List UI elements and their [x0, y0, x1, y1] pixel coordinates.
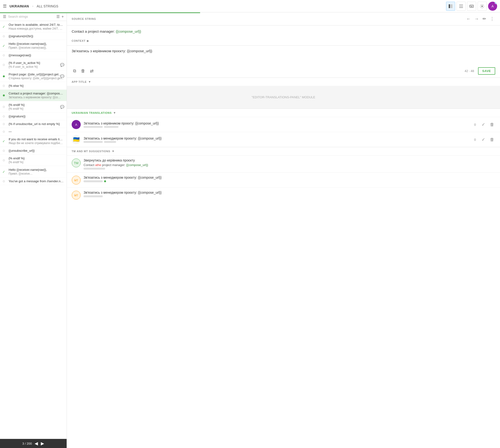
translations-header[interactable]: UKRAINIAN TRANSLATIONS ▼	[67, 109, 500, 117]
translation-row: 🇺🇦 Зв'язатись з менеджером проєкту: {{co…	[67, 132, 500, 147]
list-item[interactable]: ✓ If you do not want to receive emails l…	[0, 135, 67, 147]
list-item-primary: {% else %}	[9, 84, 64, 88]
meta-info-2	[104, 141, 116, 143]
user-avatar[interactable]: A	[488, 2, 497, 11]
app-title-collapse-icon[interactable]: ▼	[88, 80, 91, 83]
list-item[interactable]: ✓ Our team is available, almost 24/7, to…	[0, 21, 67, 32]
tm-suggestions-section: TM AND MT SUGGESTIONS ▼ TM Звернутись до…	[67, 147, 500, 203]
search-input[interactable]	[8, 15, 54, 18]
source-string-label: SOURCE STRING	[72, 17, 466, 20]
list-item[interactable]: {% if unsubscribe_url is not empty %}	[0, 120, 67, 128]
list-item[interactable]: Project page: {{site_url}}{{project.get……	[0, 71, 67, 82]
status-dot	[3, 106, 5, 108]
layout-top-button[interactable]	[457, 2, 466, 11]
context-expand-icon[interactable]: ▶	[87, 39, 89, 43]
translation-input-area: Зв'язатись з керівником проєкту: {{compo…	[67, 46, 500, 65]
list-item-primary: {% if unsubscribe_url is not empty %}	[9, 122, 64, 126]
app-title-header[interactable]: APP TITLE ▼	[67, 78, 500, 86]
suggestions-header[interactable]: TM AND MT SUGGESTIONS ▼	[67, 147, 500, 155]
layout-side-button[interactable]	[446, 2, 455, 11]
list-item[interactable]: Contact a project manager: {{compose_… З…	[0, 90, 67, 101]
source-string-actions: ← → ✏ ⋮	[466, 15, 495, 22]
add-string-icon[interactable]: +	[62, 15, 64, 19]
svg-rect-6	[471, 6, 472, 6]
meta-info	[84, 195, 103, 197]
translation-avatar: A	[72, 120, 81, 129]
app-layout: ☰ ☰ + ✓ Our team is available, almost 24…	[0, 12, 500, 448]
status-dot	[3, 123, 5, 125]
flag-icon: 🇺🇦	[73, 136, 80, 143]
pagination-next-button[interactable]: ▶	[41, 441, 44, 446]
list-item-primary: {{unsubscribe_url}}	[9, 149, 64, 152]
list-item-primary: You've got a message from //sender.na…	[9, 179, 64, 183]
suggestion-translation: Зв'язатись з менеджером проєкту: {{compo…	[84, 176, 495, 179]
translation-content: Зв'язатись з менеджером проєкту: {{compo…	[84, 136, 471, 143]
accept-translation-button[interactable]: ✓	[481, 121, 486, 128]
copy-source-button[interactable]: ⧉	[72, 67, 78, 74]
list-item-primary: Our team is available, almost 24/7, to a…	[9, 23, 64, 27]
translation-text: Зв'язатись з менеджером проєкту: {{compo…	[84, 136, 471, 140]
translations-collapse-icon[interactable]: ▼	[113, 111, 116, 114]
menu-icon[interactable]: ☰	[3, 4, 7, 9]
ukrainian-translations-section: UKRAINIAN TRANSLATIONS ▼ A Зв'язатись з …	[67, 109, 500, 147]
accept-translation-button[interactable]: ✓	[481, 136, 486, 143]
list-view-icon[interactable]: ☰	[56, 14, 60, 19]
check-icon: ✓	[2, 170, 5, 174]
context-label[interactable]: CONTEXT	[72, 39, 86, 42]
more-options-button[interactable]: ⋮	[489, 15, 495, 22]
list-item-primary: {% endif %}	[9, 103, 64, 107]
list-item[interactable]: {{unsubscribe_url}}	[0, 147, 67, 155]
translation-input[interactable]: Зв'язатись з керівником проєкту: {{compo…	[72, 48, 495, 63]
context-section: CONTEXT ▶	[67, 37, 500, 45]
settings-button[interactable]	[478, 2, 487, 11]
pagination-prev-button[interactable]: ◀	[34, 441, 38, 446]
suggestion-meta	[84, 180, 495, 182]
status-dot	[3, 150, 5, 152]
suggestion-meta	[84, 195, 495, 197]
list-item[interactable]: {{signature|nl2br}}	[0, 32, 67, 40]
avatar-initial: A	[491, 4, 494, 8]
list-item[interactable]: You've got a message from //sender.na…	[0, 177, 67, 185]
list-item[interactable]: ✓ Hello {{receiver.name|raw}}, Привіт, {…	[0, 40, 67, 51]
check-icon: ✓	[2, 44, 5, 48]
list-item[interactable]: {% endif %} {% endif %} 💬	[0, 101, 67, 112]
list-item[interactable]: {% if user_is_active %} {% if user_is_ac…	[0, 59, 67, 71]
edit-source-button[interactable]: ✏	[482, 15, 487, 22]
list-item[interactable]: ✓ Hello {{receiver.name|raw}}, Привіт, {…	[0, 166, 67, 177]
save-button[interactable]: SAVE	[478, 67, 495, 75]
filter-icon[interactable]: ☰	[3, 14, 6, 19]
highlight-red: athe	[95, 163, 101, 167]
meta-info	[84, 141, 103, 143]
suggestions-collapse-icon[interactable]: ▼	[112, 150, 115, 153]
list-item-primary: Contact a project manager: {{compose_…	[9, 92, 64, 95]
progress-bar	[0, 12, 200, 13]
svg-rect-0	[449, 4, 450, 8]
navigate-next-button[interactable]: →	[473, 16, 480, 22]
suggestion-row: MT Зв'язатись з менеджером проєкту: {{co…	[67, 188, 500, 203]
mt-dot	[104, 180, 106, 182]
list-item-secondary: Привіт, {{receiver.name|raw}},	[9, 46, 64, 49]
list-item-secondary: {% if user_is_active %}	[9, 65, 64, 68]
string-list: ✓ Our team is available, almost 24/7, to…	[0, 21, 67, 439]
list-item[interactable]: {% endif %} {% endif %}	[0, 155, 67, 166]
list-item[interactable]: —	[0, 128, 67, 135]
meta-info	[84, 126, 103, 128]
delete-suggestion-button[interactable]: 🗑	[489, 121, 495, 128]
list-item[interactable]: {{signature}}	[0, 112, 67, 120]
list-item[interactable]: {% else %}	[0, 82, 67, 90]
history-button[interactable]: ⇄	[88, 67, 95, 75]
navigate-prev-button[interactable]: ←	[466, 16, 472, 22]
suggestions-label: TM AND MT SUGGESTIONS	[72, 150, 110, 153]
delete-suggestion-button[interactable]: 🗑	[489, 136, 495, 143]
list-item-primary: Hello {{receiver.name|raw}},	[9, 42, 64, 46]
suggestion-source: Contact athe project manager: {{compose_…	[84, 163, 495, 167]
keyboard-button[interactable]	[467, 2, 476, 11]
svg-rect-3	[459, 6, 463, 8]
check-icon: ✓	[2, 139, 5, 143]
list-item[interactable]: {{message|raw}}	[0, 51, 67, 59]
list-item-primary: {% if user_is_active %}	[9, 61, 64, 65]
editor-module-label: "EDITOR-TRANSLATIONS-PANEL" MODULE	[252, 96, 315, 99]
topbar-subtitle: ALL STRINGS	[37, 4, 58, 8]
delete-translation-button[interactable]: 🗑	[80, 67, 87, 74]
status-dot	[3, 75, 5, 77]
